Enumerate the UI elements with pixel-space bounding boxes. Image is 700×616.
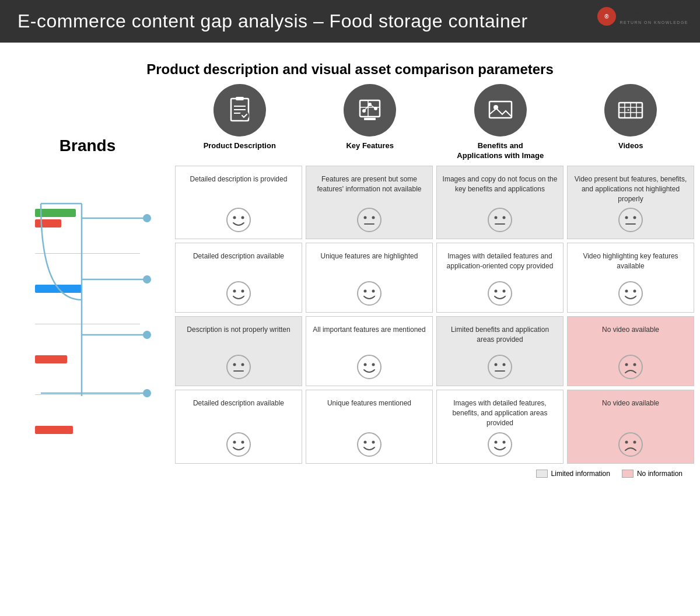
svg-point-57 <box>372 290 375 293</box>
cell-text: Video present but features, benefits, an… <box>572 172 689 204</box>
svg-point-73 <box>503 363 506 366</box>
table-row: Detailed description is provided Feature… <box>175 166 694 239</box>
svg-point-81 <box>358 433 381 456</box>
cell-r3-c2: All important features are mentioned <box>306 316 433 386</box>
svg-point-41 <box>364 216 367 219</box>
brands-label: Brands <box>60 136 116 155</box>
cell-text: All important features are mentioned <box>313 323 425 351</box>
cell-r1-c1: Detailed description is provided <box>175 166 302 239</box>
cell-text: Images with detailed features, benefits,… <box>442 396 558 428</box>
cell-r4-c1: Detailed description available <box>175 390 302 463</box>
happy-face <box>226 207 251 233</box>
key-features-icon-circle <box>344 84 396 136</box>
svg-point-68 <box>358 355 381 379</box>
svg-point-86 <box>503 440 506 443</box>
cell-text: Detailed description available <box>193 249 284 277</box>
neutral-face <box>226 354 251 380</box>
data-rows: Detailed description is provided Feature… <box>175 166 694 464</box>
happy-face <box>226 281 251 306</box>
svg-point-18 <box>240 111 249 120</box>
svg-point-10 <box>143 389 151 397</box>
benefits-icon-circle <box>474 84 527 136</box>
svg-point-38 <box>233 216 236 219</box>
cell-r4-c3: Images with detailed features, benefits,… <box>436 390 564 463</box>
cell-text: Description is not properly written <box>187 323 290 351</box>
col-header-product-desc: Product Description <box>176 84 303 161</box>
col-header-benefits: Benefits and Applications with Image <box>437 84 564 161</box>
svg-point-58 <box>488 282 512 305</box>
grid-area: Product Description <box>175 84 694 478</box>
svg-point-8 <box>143 275 151 284</box>
col-header-benefits-label: Benefits and Applications with Image <box>457 141 544 161</box>
legend-box-gray <box>536 470 548 478</box>
svg-point-55 <box>358 282 381 305</box>
legend-label-pink: No information <box>637 470 682 478</box>
svg-point-79 <box>233 440 236 443</box>
cell-text: Detailed description is provided <box>190 172 288 204</box>
svg-point-78 <box>227 433 250 456</box>
svg-point-64 <box>227 355 250 379</box>
cell-r3-c1: Description is not properly written <box>175 316 302 386</box>
svg-point-62 <box>625 290 628 293</box>
svg-point-7 <box>143 214 151 222</box>
sad-face <box>618 432 643 457</box>
image-icon <box>486 96 515 125</box>
logo: ® netscribes RETURN ON KNOWLEDGE <box>597 7 688 26</box>
svg-point-59 <box>495 290 498 293</box>
cell-text: Images and copy do not focus on the key … <box>442 172 558 204</box>
svg-point-66 <box>242 363 244 366</box>
svg-point-70 <box>372 363 375 366</box>
legend: Limited information No information <box>175 464 694 478</box>
svg-point-50 <box>634 216 636 219</box>
page-subtitle: Product description and visual asset com… <box>0 60 700 78</box>
cell-r3-c3: Limited benefits and application areas p… <box>436 316 564 386</box>
svg-point-44 <box>488 208 512 232</box>
cell-r2-c2: Unique features are highlighted <box>306 243 433 313</box>
cell-r4-c4: No video available <box>567 390 694 463</box>
svg-point-54 <box>242 290 244 293</box>
cell-r4-c2: Unique features mentioned <box>306 390 433 463</box>
svg-point-9 <box>143 331 151 339</box>
legend-item-pink: No information <box>622 470 682 478</box>
happy-face <box>356 432 382 457</box>
svg-point-46 <box>503 216 506 219</box>
svg-point-72 <box>495 363 498 366</box>
svg-rect-14 <box>236 97 244 100</box>
svg-point-37 <box>227 208 250 232</box>
cell-text: Video highlighting key features availabl… <box>572 249 689 277</box>
svg-line-26 <box>370 104 376 108</box>
cell-text: Unique features are highlighted <box>321 249 418 277</box>
cell-r3-c4: No video available <box>567 316 694 386</box>
happy-face <box>356 354 382 380</box>
col-header-key-features-label: Key Features <box>346 141 394 151</box>
svg-rect-27 <box>364 118 376 120</box>
sad-face <box>618 354 643 380</box>
table-row: Detailed description available Unique fe… <box>175 390 694 463</box>
table-row: Detailed description available Unique fe… <box>175 243 694 313</box>
neutral-face <box>487 207 513 233</box>
neutral-face <box>356 207 382 233</box>
svg-point-56 <box>364 290 367 293</box>
logo-sub: RETURN ON KNOWLEDGE <box>620 20 688 24</box>
svg-point-39 <box>242 216 244 219</box>
svg-point-77 <box>634 363 636 366</box>
svg-point-80 <box>242 440 244 443</box>
svg-text:®: ® <box>605 13 610 20</box>
neutral-face <box>487 354 513 380</box>
cell-text: Features are present but some features' … <box>311 172 428 204</box>
svg-point-61 <box>619 282 642 305</box>
svg-point-69 <box>364 363 367 366</box>
legend-box-pink <box>622 470 634 478</box>
col-header-product-desc-label: Product Description <box>204 141 276 151</box>
neutral-face <box>618 207 643 233</box>
legend-label-gray: Limited information <box>551 470 610 478</box>
svg-marker-36 <box>628 109 629 111</box>
logo-icon: ® <box>597 7 616 26</box>
svg-point-75 <box>619 355 642 379</box>
logo-name: netscribes <box>620 8 688 20</box>
happy-face <box>356 281 382 306</box>
svg-point-82 <box>364 440 367 443</box>
brands-side: Brands <box>6 154 169 478</box>
happy-face <box>487 281 513 306</box>
svg-rect-28 <box>489 102 512 118</box>
